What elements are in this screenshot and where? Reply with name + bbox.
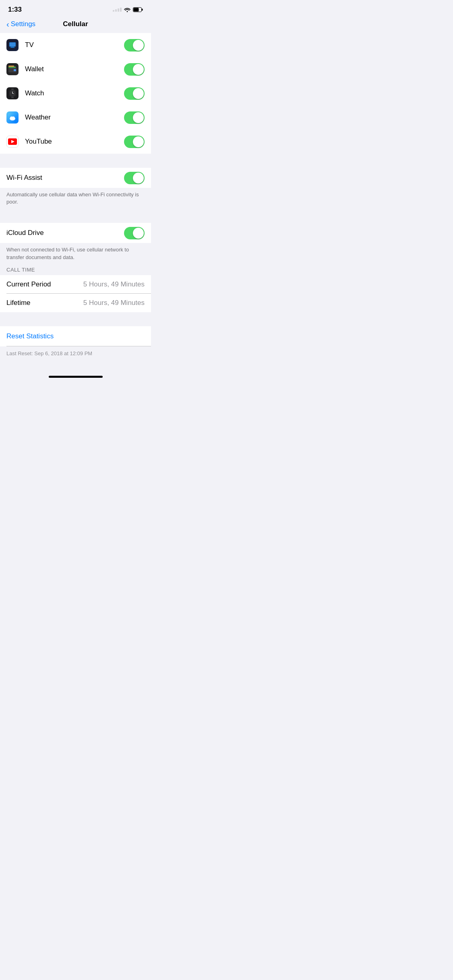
lifetime-label: Lifetime bbox=[6, 299, 83, 307]
svg-rect-4 bbox=[11, 47, 14, 47]
nav-bar: ‹ Settings Cellular bbox=[0, 17, 151, 33]
svg-rect-13 bbox=[11, 97, 14, 98]
svg-rect-10 bbox=[8, 66, 14, 67]
reset-statistics-section: Reset Statistics bbox=[0, 326, 151, 346]
toggle-knob-icloud-drive bbox=[133, 228, 144, 239]
app-label-wallet: Wallet bbox=[25, 65, 124, 73]
svg-rect-5 bbox=[10, 47, 15, 48]
toggle-wifi-assist[interactable] bbox=[124, 172, 145, 184]
app-icon-tv bbox=[6, 39, 19, 51]
app-icon-watch bbox=[6, 87, 19, 99]
svg-point-21 bbox=[12, 117, 15, 119]
toggle-icloud-drive[interactable] bbox=[124, 227, 145, 239]
app-row-watch[interactable]: Watch bbox=[0, 81, 151, 105]
toggle-weather[interactable] bbox=[124, 111, 145, 124]
svg-rect-2 bbox=[134, 8, 139, 12]
page-title: Cellular bbox=[63, 20, 88, 28]
call-time-section: Current Period 5 Hours, 49 Minutes Lifet… bbox=[0, 275, 151, 312]
divider-1 bbox=[0, 154, 151, 168]
wifi-assist-description: Automatically use cellular data when Wi-… bbox=[0, 188, 151, 209]
app-icon-youtube bbox=[6, 136, 19, 148]
svg-rect-12 bbox=[11, 89, 14, 90]
toggle-knob-wallet bbox=[133, 64, 144, 75]
toggle-knob-watch bbox=[133, 88, 144, 99]
lifetime-row: Lifetime 5 Hours, 49 Minutes bbox=[0, 294, 151, 312]
icloud-drive-section: iCloud Drive bbox=[0, 223, 151, 243]
svg-rect-1 bbox=[142, 9, 143, 11]
call-time-header: CALL TIME bbox=[0, 264, 151, 275]
app-row-tv[interactable]: TV bbox=[0, 33, 151, 57]
lifetime-value: 5 Hours, 49 Minutes bbox=[83, 299, 145, 307]
wifi-icon bbox=[124, 7, 130, 12]
wifi-assist-section: Wi-Fi Assist bbox=[0, 168, 151, 188]
current-period-row: Current Period 5 Hours, 49 Minutes bbox=[0, 275, 151, 294]
current-period-value: 5 Hours, 49 Minutes bbox=[83, 280, 145, 288]
back-label: Settings bbox=[11, 20, 35, 28]
app-row-wallet[interactable]: Wallet bbox=[0, 57, 151, 81]
home-indicator bbox=[0, 373, 151, 379]
app-list-section: TV Wallet bbox=[0, 33, 151, 154]
divider-3 bbox=[0, 312, 151, 326]
app-icon-weather bbox=[6, 111, 19, 124]
reset-statistics-label[interactable]: Reset Statistics bbox=[6, 332, 54, 340]
svg-rect-7 bbox=[10, 43, 15, 46]
app-icon-wallet bbox=[6, 63, 19, 75]
app-label-youtube: YouTube bbox=[25, 138, 124, 146]
bottom-spacer bbox=[0, 360, 151, 373]
reset-statistics-row[interactable]: Reset Statistics bbox=[0, 326, 151, 346]
app-row-youtube[interactable]: YouTube bbox=[0, 130, 151, 154]
home-bar bbox=[49, 376, 103, 378]
toggle-tv[interactable] bbox=[124, 39, 145, 51]
toggle-knob-youtube bbox=[133, 136, 144, 147]
toggle-watch[interactable] bbox=[124, 87, 145, 100]
toggle-knob-weather bbox=[133, 112, 144, 123]
app-label-watch: Watch bbox=[25, 89, 124, 97]
status-time: 1:33 bbox=[8, 6, 22, 14]
wifi-assist-row[interactable]: Wi-Fi Assist bbox=[0, 168, 151, 188]
status-bar: 1:33 bbox=[0, 0, 151, 17]
app-label-tv: TV bbox=[25, 41, 124, 49]
icloud-drive-row[interactable]: iCloud Drive bbox=[0, 223, 151, 243]
toggle-youtube[interactable] bbox=[124, 136, 145, 148]
divider-2 bbox=[0, 209, 151, 223]
toggle-wallet[interactable] bbox=[124, 63, 145, 76]
signal-icon bbox=[113, 8, 122, 12]
back-button[interactable]: ‹ Settings bbox=[6, 20, 35, 28]
current-period-label: Current Period bbox=[6, 280, 83, 288]
toggle-knob-tv bbox=[133, 40, 144, 51]
icloud-drive-label: iCloud Drive bbox=[6, 229, 124, 237]
app-row-weather[interactable]: Weather bbox=[0, 105, 151, 130]
icloud-drive-description: When not connected to Wi-Fi, use cellula… bbox=[0, 243, 151, 264]
back-chevron-icon: ‹ bbox=[6, 20, 9, 28]
toggle-knob-wifi-assist bbox=[133, 173, 144, 183]
last-reset-text: Last Reset: Sep 6, 2018 at 12:09 PM bbox=[0, 346, 151, 360]
svg-rect-11 bbox=[14, 69, 16, 71]
wifi-assist-label: Wi-Fi Assist bbox=[6, 174, 124, 182]
app-label-weather: Weather bbox=[25, 113, 124, 121]
status-icons bbox=[113, 7, 143, 12]
battery-icon bbox=[133, 7, 143, 12]
